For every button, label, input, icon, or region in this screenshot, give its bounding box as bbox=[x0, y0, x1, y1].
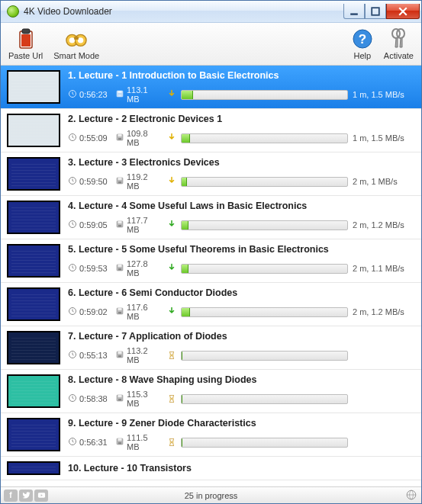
disk-icon bbox=[115, 350, 124, 361]
duration: 0:59:50 bbox=[68, 176, 111, 187]
close-button[interactable] bbox=[386, 4, 420, 19]
list-item[interactable]: 2. Lecture - 2 Electronic Devices 10:55:… bbox=[1, 109, 421, 152]
svg-point-7 bbox=[69, 37, 75, 43]
video-thumbnail bbox=[7, 331, 60, 364]
item-title: 2. Lecture - 2 Electronic Devices 1 bbox=[68, 114, 415, 124]
svg-rect-25 bbox=[118, 181, 121, 184]
list-item[interactable]: 1. Lecture - 1 Introduction to Basic Ele… bbox=[1, 66, 421, 109]
video-thumbnail bbox=[7, 201, 60, 234]
item-title: 10. Lecture - 10 Transistors bbox=[68, 463, 415, 474]
video-thumbnail bbox=[7, 157, 60, 191]
globe-icon[interactable] bbox=[406, 490, 417, 502]
list-item[interactable]: 9. Lecture - 9 Zener Diode Characteristi… bbox=[1, 413, 421, 457]
speed-text: 1 m, 1.5 MB/s bbox=[353, 90, 415, 99]
speed-text: 2 m, 1.1 MB/s bbox=[353, 264, 415, 273]
duration: 0:59:05 bbox=[68, 220, 111, 230]
clock-icon bbox=[68, 176, 77, 187]
item-title: 1. Lecture - 1 Introduction to Basic Ele… bbox=[68, 70, 415, 81]
progress-bar bbox=[181, 90, 348, 100]
item-body: 2. Lecture - 2 Electronic Devices 10:55:… bbox=[68, 114, 415, 147]
help-label: Help bbox=[354, 51, 372, 60]
list-item[interactable]: 6. Lecture - 6 Semi Conductor Diodes0:59… bbox=[1, 283, 421, 326]
paste-url-label: Paste Url bbox=[8, 51, 43, 60]
video-thumbnail bbox=[7, 461, 60, 475]
progress-bar bbox=[181, 307, 348, 317]
download-arrow-icon bbox=[167, 89, 176, 100]
clipboard-icon bbox=[15, 28, 37, 50]
help-icon: ? bbox=[352, 28, 373, 50]
disk-icon bbox=[115, 437, 124, 448]
list-item[interactable]: 7. Lecture - 7 Application of Diodes0:55… bbox=[1, 326, 421, 370]
list-item[interactable]: 4. Lecture - 4 Some Useful Laws in Basic… bbox=[1, 196, 421, 239]
keys-icon bbox=[388, 28, 409, 50]
svg-rect-48 bbox=[118, 438, 122, 441]
app-icon bbox=[7, 5, 19, 18]
video-thumbnail bbox=[7, 418, 60, 451]
help-button[interactable]: ? Help bbox=[352, 28, 373, 60]
download-arrow-icon bbox=[167, 133, 176, 143]
progress-bar bbox=[181, 351, 348, 361]
duration: 0:58:38 bbox=[68, 393, 111, 404]
item-body: 6. Lecture - 6 Semi Conductor Diodes0:59… bbox=[68, 287, 415, 321]
facebook-icon[interactable]: f bbox=[4, 490, 18, 502]
progress-bar bbox=[181, 220, 348, 230]
duration: 0:59:02 bbox=[68, 307, 111, 317]
list-item[interactable]: 10. Lecture - 10 Transistors bbox=[1, 457, 421, 480]
activate-button[interactable]: Activate bbox=[384, 28, 414, 60]
disk-icon bbox=[115, 89, 124, 100]
svg-rect-45 bbox=[118, 399, 121, 401]
svg-point-8 bbox=[78, 37, 83, 43]
filesize: 119.2 MB bbox=[115, 172, 163, 191]
list-item[interactable]: 3. Lecture - 3 Electronics Devices0:59:5… bbox=[1, 152, 421, 196]
title-bar[interactable]: 4K Video Downloader bbox=[1, 1, 421, 23]
svg-rect-29 bbox=[118, 225, 121, 227]
filesize: 117.6 MB bbox=[115, 303, 163, 321]
twitter-icon[interactable] bbox=[19, 490, 33, 502]
maximize-button[interactable] bbox=[365, 4, 386, 19]
progress-bar bbox=[181, 394, 348, 404]
download-arrow-icon bbox=[167, 220, 176, 230]
svg-rect-24 bbox=[118, 178, 122, 180]
clock-icon bbox=[68, 307, 77, 317]
video-thumbnail bbox=[7, 374, 60, 408]
item-body: 8. Lecture - 8 Wave Shaping using Diodes… bbox=[68, 374, 415, 408]
disk-icon bbox=[115, 176, 124, 187]
duration: 0:55:13 bbox=[68, 350, 111, 361]
svg-rect-17 bbox=[118, 95, 121, 97]
download-arrow-icon bbox=[167, 307, 176, 317]
disk-icon bbox=[115, 307, 124, 317]
speed-text: 1 m, 1.5 MB/s bbox=[353, 133, 415, 143]
status-text: 25 in progress bbox=[185, 491, 238, 500]
paste-url-button[interactable]: Paste Url bbox=[8, 28, 43, 60]
svg-rect-36 bbox=[118, 308, 122, 310]
duration: 0:59:53 bbox=[68, 263, 111, 274]
svg-rect-0 bbox=[350, 13, 358, 14]
activate-label: Activate bbox=[384, 51, 414, 60]
progress-bar bbox=[181, 264, 348, 274]
list-item[interactable]: 5. Lecture - 5 Some Useful Theorems in B… bbox=[1, 239, 421, 283]
video-thumbnail bbox=[7, 70, 60, 104]
download-list[interactable]: 1. Lecture - 1 Introduction to Basic Ele… bbox=[1, 66, 421, 486]
smart-mode-button[interactable]: Smart Mode bbox=[53, 28, 99, 60]
window-title: 4K Video Downloader bbox=[24, 6, 343, 17]
duration: 0:56:23 bbox=[68, 89, 111, 100]
filesize: 117.7 MB bbox=[115, 216, 163, 234]
minimize-button[interactable] bbox=[343, 4, 365, 19]
item-body: 7. Lecture - 7 Application of Diodes0:55… bbox=[68, 331, 415, 364]
item-body: 9. Lecture - 9 Zener Diode Characteristi… bbox=[68, 418, 415, 451]
svg-rect-3 bbox=[22, 29, 30, 34]
hourglass-icon bbox=[167, 438, 176, 447]
clock-icon bbox=[68, 89, 77, 100]
item-meta: 0:55:09109.8 MB1 m, 1.5 MB/s bbox=[68, 129, 415, 147]
item-title: 4. Lecture - 4 Some Useful Laws in Basic… bbox=[68, 201, 415, 211]
download-arrow-icon bbox=[167, 263, 176, 274]
item-body: 5. Lecture - 5 Some Useful Theorems in B… bbox=[68, 244, 415, 278]
binoculars-icon bbox=[66, 28, 87, 50]
download-arrow-icon bbox=[167, 176, 176, 187]
svg-rect-21 bbox=[118, 138, 121, 140]
list-item[interactable]: 8. Lecture - 8 Wave Shaping using Diodes… bbox=[1, 370, 421, 413]
filesize: 111.5 MB bbox=[115, 433, 163, 451]
video-thumbnail bbox=[7, 287, 60, 321]
youtube-icon[interactable] bbox=[34, 490, 48, 502]
svg-rect-33 bbox=[118, 268, 121, 271]
